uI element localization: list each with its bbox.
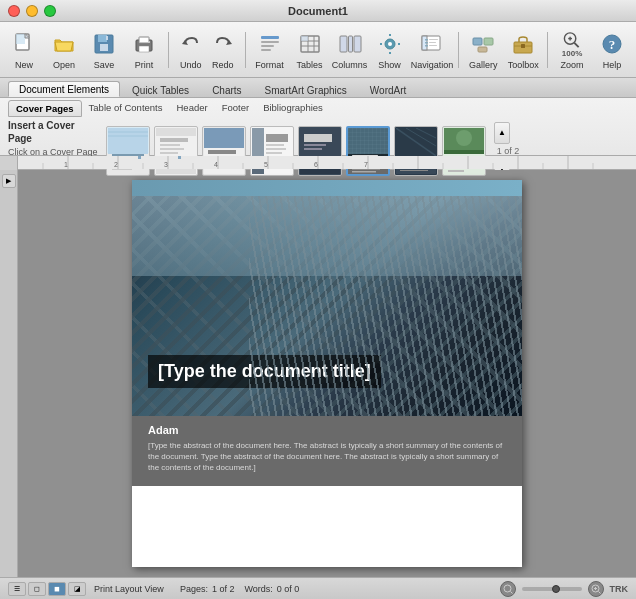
navigation-tool[interactable]: Navigation bbox=[412, 26, 453, 74]
separator-1 bbox=[168, 32, 169, 68]
tab-charts[interactable]: Charts bbox=[201, 82, 252, 97]
redo-label: Redo bbox=[212, 60, 234, 70]
svg-rect-24 bbox=[354, 36, 361, 52]
words-label: Words: bbox=[244, 584, 272, 594]
toolbox-label: Toolbox bbox=[508, 60, 539, 70]
horizontal-ruler: 1 2 3 4 5 6 7 bbox=[18, 156, 636, 169]
tab-smartart[interactable]: SmartArt Graphics bbox=[254, 82, 358, 97]
svg-rect-33 bbox=[429, 42, 436, 43]
toolbox-tool[interactable]: Toolbox bbox=[505, 26, 541, 74]
svg-rect-4 bbox=[100, 44, 108, 51]
status-right: TRK bbox=[500, 581, 629, 597]
redo-icon bbox=[209, 30, 237, 58]
doc-abstract[interactable]: [Type the abstract of the document here.… bbox=[148, 440, 506, 474]
svg-rect-3 bbox=[98, 35, 107, 42]
help-tool[interactable]: ? Help bbox=[594, 26, 630, 74]
doc-title-box[interactable]: [Type the document title] bbox=[148, 355, 381, 388]
window-title: Document1 bbox=[288, 5, 348, 17]
separator-2 bbox=[245, 32, 246, 68]
tables-tool[interactable]: Tables bbox=[292, 26, 328, 74]
svg-rect-56 bbox=[160, 144, 180, 146]
undo-icon bbox=[177, 30, 205, 58]
tables-icon bbox=[296, 30, 324, 58]
doc-title-area[interactable]: [Type the document title] bbox=[132, 347, 522, 396]
svg-rect-54 bbox=[156, 128, 196, 136]
svg-rect-9 bbox=[148, 41, 150, 43]
ribbon-panel: Cover Pages Table of Contents Header Foo… bbox=[0, 98, 636, 156]
new-tool[interactable]: New bbox=[6, 26, 42, 74]
separator-3 bbox=[458, 32, 459, 68]
zoom-in-icon[interactable] bbox=[588, 581, 604, 597]
zoom-thumb bbox=[552, 585, 560, 593]
print-tool[interactable]: Print bbox=[126, 26, 162, 74]
svg-text:?: ? bbox=[609, 37, 616, 52]
zoom-slider[interactable] bbox=[522, 587, 582, 591]
trk-label: TRK bbox=[610, 584, 629, 594]
insert-instruction: Insert a Cover Page bbox=[8, 119, 98, 145]
save-tool[interactable]: Save bbox=[86, 26, 122, 74]
zoom-tool[interactable]: 100% Zoom bbox=[554, 26, 590, 74]
svg-rect-8 bbox=[139, 46, 149, 52]
gallery-page-label: 1 of 2 bbox=[494, 146, 522, 156]
separator-4 bbox=[547, 32, 548, 68]
undo-tool[interactable]: Undo bbox=[175, 26, 207, 74]
titlebar: Document1 bbox=[0, 0, 636, 22]
subtab-toc[interactable]: Table of Contents bbox=[82, 100, 170, 117]
sidebar-btn-1[interactable]: ▶ bbox=[2, 174, 16, 188]
view-btn-3[interactable]: ◼ bbox=[48, 582, 66, 596]
gallery-prev-btn[interactable]: ▲ bbox=[494, 122, 510, 144]
svg-rect-37 bbox=[478, 47, 487, 52]
svg-rect-14 bbox=[261, 45, 274, 47]
svg-rect-23 bbox=[348, 36, 352, 52]
svg-rect-70 bbox=[266, 152, 282, 154]
svg-text:6: 6 bbox=[314, 161, 318, 168]
save-label: Save bbox=[94, 60, 115, 70]
svg-rect-40 bbox=[521, 44, 525, 48]
svg-rect-5 bbox=[106, 36, 108, 40]
zoom-out-icon[interactable] bbox=[500, 581, 516, 597]
format-icon bbox=[256, 30, 284, 58]
document-canvas[interactable]: [Type the document title] Adam [Type the… bbox=[18, 170, 636, 577]
svg-rect-67 bbox=[266, 134, 288, 142]
svg-rect-15 bbox=[261, 49, 271, 51]
window-controls[interactable] bbox=[0, 5, 56, 17]
minimize-button[interactable] bbox=[26, 5, 38, 17]
view-btn-2[interactable]: ◻ bbox=[28, 582, 46, 596]
svg-rect-60 bbox=[204, 128, 244, 148]
svg-text:7: 7 bbox=[364, 161, 368, 168]
svg-rect-73 bbox=[304, 134, 332, 142]
svg-rect-94 bbox=[400, 170, 428, 171]
tab-quick-tables[interactable]: Quick Tables bbox=[121, 82, 200, 97]
maximize-button[interactable] bbox=[44, 5, 56, 17]
doc-title[interactable]: [Type the document title] bbox=[158, 361, 371, 382]
subtab-header[interactable]: Header bbox=[170, 100, 215, 117]
words-value: 0 of 0 bbox=[277, 584, 300, 594]
tab-wordart[interactable]: WordArt bbox=[359, 82, 418, 97]
redo-tool[interactable]: Redo bbox=[207, 26, 239, 74]
svg-line-138 bbox=[598, 591, 600, 593]
format-tool[interactable]: Format bbox=[252, 26, 288, 74]
svg-rect-1 bbox=[16, 34, 25, 44]
svg-text:2: 2 bbox=[114, 161, 118, 168]
zoom-label: Zoom bbox=[561, 60, 584, 70]
close-button[interactable] bbox=[8, 5, 20, 17]
svg-rect-58 bbox=[160, 152, 178, 154]
gallery-label: Gallery bbox=[469, 60, 498, 70]
subtab-footer[interactable]: Footer bbox=[215, 100, 256, 117]
show-icon bbox=[376, 30, 404, 58]
view-btn-4[interactable]: ◪ bbox=[68, 582, 86, 596]
zoom-icon: 100% bbox=[558, 30, 586, 58]
svg-rect-29 bbox=[425, 39, 428, 41]
open-tool[interactable]: Open bbox=[46, 26, 82, 74]
left-sidebar: ▶ bbox=[0, 170, 18, 577]
columns-tool[interactable]: Columns bbox=[332, 26, 368, 74]
new-label: New bbox=[15, 60, 33, 70]
tab-document-elements[interactable]: Document Elements bbox=[8, 81, 120, 97]
subtab-cover-pages[interactable]: Cover Pages bbox=[8, 100, 82, 117]
show-tool[interactable]: Show bbox=[372, 26, 408, 74]
format-label: Format bbox=[255, 60, 284, 70]
view-btn-1[interactable]: ☰ bbox=[8, 582, 26, 596]
subtab-bibliographies[interactable]: Bibliographies bbox=[256, 100, 330, 117]
doc-author[interactable]: Adam bbox=[148, 424, 506, 436]
gallery-tool[interactable]: Gallery bbox=[465, 26, 501, 74]
